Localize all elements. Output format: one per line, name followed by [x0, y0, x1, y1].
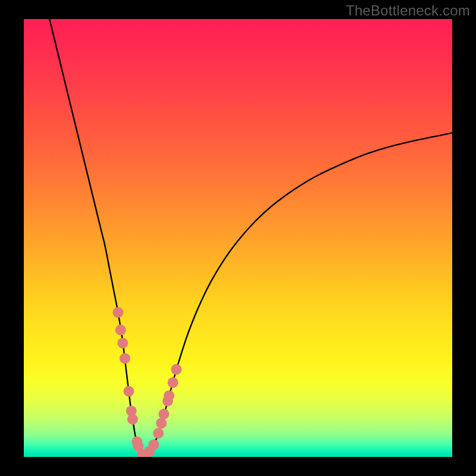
watermark-text: TheBottleneck.com: [346, 2, 470, 19]
curve-marker: [171, 364, 181, 375]
curve-marker: [148, 439, 159, 450]
plot-area: [24, 19, 452, 457]
curve-marker: [117, 338, 128, 349]
curve-marker: [164, 390, 174, 401]
curve-marker: [156, 418, 167, 428]
bottleneck-curve: [49, 19, 452, 456]
curve-marker: [115, 325, 126, 336]
curve-marker: [127, 414, 138, 425]
curve-marker: [158, 409, 169, 419]
curve-marker: [123, 386, 134, 397]
curve-svg: [24, 19, 452, 457]
curve-marker: [112, 307, 123, 318]
curve-marker: [168, 377, 178, 388]
curve-marker: [153, 428, 164, 439]
curve-marker: [120, 353, 130, 364]
